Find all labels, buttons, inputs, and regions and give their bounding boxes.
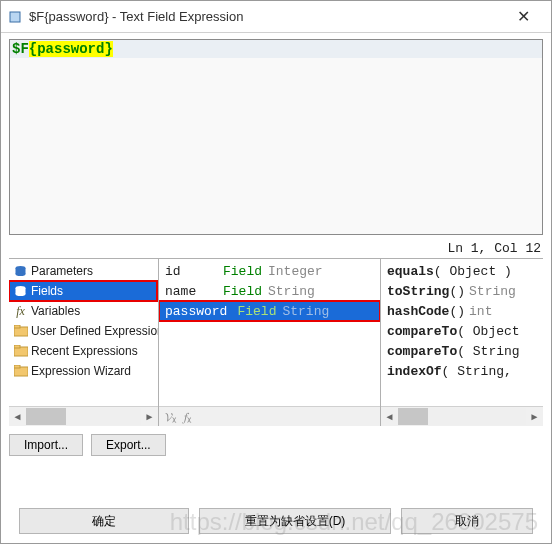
scroll-track[interactable]: [398, 408, 526, 425]
method-return: int: [469, 304, 492, 319]
category-list[interactable]: ParametersFieldsfxVariablesUser Defined …: [9, 259, 158, 406]
cancel-button[interactable]: 取消: [401, 508, 533, 534]
fields-panel: idFieldIntegernameFieldStringpasswordFie…: [159, 259, 381, 426]
method-item-compareTo[interactable]: compareTo( Object: [381, 321, 543, 341]
window-title: $F{password} - Text Field Expression: [29, 9, 503, 24]
method-name: compareTo: [387, 344, 457, 359]
cursor-status: Ln 1, Col 12: [1, 239, 551, 258]
scroll-thumb[interactable]: [26, 408, 66, 425]
method-name: hashCode: [387, 304, 449, 319]
category-item-fields[interactable]: Fields: [9, 281, 157, 301]
category-item-expression-wizard[interactable]: Expression Wizard: [9, 361, 158, 381]
reset-defaults-button[interactable]: 重置为缺省设置(D): [199, 508, 391, 534]
method-item-hashCode[interactable]: hashCode()int: [381, 301, 543, 321]
method-return: String: [469, 284, 516, 299]
db-icon: [13, 264, 28, 278]
category-item-recent-expressions[interactable]: Recent Expressions: [9, 341, 158, 361]
method-item-compareTo[interactable]: compareTo( String: [381, 341, 543, 361]
field-keyword: Field: [223, 264, 262, 279]
category-label: Parameters: [31, 264, 93, 278]
scroll-left-icon[interactable]: ◄: [9, 408, 26, 425]
method-args: ( Object: [457, 324, 519, 339]
fx-icon: fx: [13, 304, 28, 318]
method-args: ( String: [457, 344, 519, 359]
category-panel: ParametersFieldsfxVariablesUser Defined …: [9, 259, 159, 426]
svg-point-6: [16, 292, 26, 296]
svg-rect-12: [14, 365, 20, 368]
method-item-indexOf[interactable]: indexOf( String,: [381, 361, 543, 381]
method-name: indexOf: [387, 364, 442, 379]
scroll-right-icon[interactable]: ►: [526, 408, 543, 425]
svg-rect-8: [14, 325, 20, 328]
close-button[interactable]: ✕: [503, 1, 543, 32]
field-item-id[interactable]: idFieldInteger: [159, 261, 380, 281]
titlebar: $F{password} - Text Field Expression ✕: [1, 1, 551, 33]
folder-icon: [13, 364, 28, 378]
expression-line: $F {password}: [10, 40, 542, 58]
scroll-left-icon[interactable]: ◄: [381, 408, 398, 425]
app-icon: [7, 9, 23, 25]
svg-rect-0: [10, 12, 20, 22]
import-export-row: Import... Export...: [9, 434, 543, 456]
export-button[interactable]: Export...: [91, 434, 166, 456]
methods-panel: equals( Object )toString()StringhashCode…: [381, 259, 543, 426]
method-name: toString: [387, 284, 449, 299]
method-name: compareTo: [387, 324, 457, 339]
category-label: Variables: [31, 304, 80, 318]
left-scrollbar[interactable]: ◄ ►: [9, 406, 158, 426]
method-args: (): [449, 304, 465, 319]
folder-icon: [13, 344, 28, 358]
scroll-thumb[interactable]: [398, 408, 428, 425]
category-item-user-defined-expressions[interactable]: User Defined Expressions: [9, 321, 158, 341]
method-name: equals: [387, 264, 434, 279]
method-args: ( String,: [442, 364, 512, 379]
folder-icon: [13, 324, 28, 338]
fields-list[interactable]: idFieldIntegernameFieldStringpasswordFie…: [159, 259, 380, 406]
category-item-variables[interactable]: fxVariables: [9, 301, 158, 321]
category-label: Recent Expressions: [31, 344, 138, 358]
expression-editor[interactable]: $F {password}: [9, 39, 543, 235]
field-item-password[interactable]: passwordFieldString: [159, 301, 380, 321]
tool-v-icon[interactable]: 𝓥ᵪ: [165, 410, 176, 424]
field-name: id: [165, 264, 213, 279]
category-label: User Defined Expressions: [31, 324, 158, 338]
svg-point-3: [16, 272, 26, 276]
field-type: String: [268, 284, 315, 299]
method-item-toString[interactable]: toString()String: [381, 281, 543, 301]
scroll-track[interactable]: [26, 408, 141, 425]
method-args: ( Object ): [434, 264, 512, 279]
import-button[interactable]: Import...: [9, 434, 83, 456]
right-scrollbar[interactable]: ◄ ►: [381, 406, 543, 426]
field-type: String: [282, 304, 329, 319]
methods-list[interactable]: equals( Object )toString()StringhashCode…: [381, 259, 543, 406]
dialog-buttons: 确定 重置为缺省设置(D) 取消: [0, 508, 552, 534]
scroll-right-icon[interactable]: ►: [141, 408, 158, 425]
panels: ParametersFieldsfxVariablesUser Defined …: [9, 258, 543, 426]
ok-button[interactable]: 确定: [19, 508, 189, 534]
method-item-equals[interactable]: equals( Object ): [381, 261, 543, 281]
svg-rect-10: [14, 345, 20, 348]
expr-token-highlight: {password}: [29, 41, 113, 57]
mid-toolbar: 𝓥ᵪ 𝑓ᵪ: [159, 406, 380, 426]
category-label: Expression Wizard: [31, 364, 131, 378]
category-label: Fields: [31, 284, 63, 298]
method-args: (): [449, 284, 465, 299]
field-keyword: Field: [237, 304, 276, 319]
field-keyword: Field: [223, 284, 262, 299]
field-name: password: [165, 304, 227, 319]
db-icon: [13, 284, 28, 298]
expr-token: $F: [12, 41, 29, 57]
field-item-name[interactable]: nameFieldString: [159, 281, 380, 301]
category-item-parameters[interactable]: Parameters: [9, 261, 158, 281]
field-type: Integer: [268, 264, 323, 279]
tool-fx-icon[interactable]: 𝑓ᵪ: [184, 410, 191, 424]
field-name: name: [165, 284, 213, 299]
